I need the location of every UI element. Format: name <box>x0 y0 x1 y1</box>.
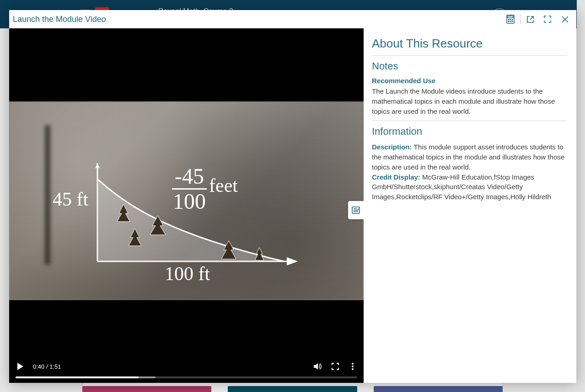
duration: 1:51 <box>49 363 61 370</box>
modal-toolbar <box>502 11 574 28</box>
divider <box>372 55 567 56</box>
svg-point-12 <box>352 363 354 365</box>
recommended-use-label: Recommended Use <box>372 77 567 85</box>
credit-label: Credit Display: <box>372 173 422 181</box>
svg-rect-2 <box>508 16 513 18</box>
fullscreen-icon[interactable] <box>331 362 340 371</box>
svg-point-4 <box>510 19 511 20</box>
about-heading: About This Resource <box>372 37 567 51</box>
video-panel: 45 ft 100 ft -45 100 feet <box>9 28 364 383</box>
svg-point-6 <box>508 21 509 22</box>
overlay-x-label: 100 ft <box>165 263 210 285</box>
information-heading: Information <box>372 126 567 138</box>
more-icon[interactable] <box>348 362 357 371</box>
calculator-icon[interactable] <box>502 11 519 28</box>
video-frame[interactable]: 45 ft 100 ft -45 100 feet <box>9 101 364 300</box>
recommended-use-text: The Launch the Module videos introduce s… <box>372 86 567 116</box>
svg-point-3 <box>508 19 509 20</box>
play-icon[interactable] <box>16 362 25 371</box>
overlay-fraction-top: -45 <box>172 165 207 190</box>
svg-point-14 <box>352 368 354 370</box>
overlay-fraction-bottom: 100 <box>172 190 207 212</box>
modal-body: 45 ft 100 ft -45 100 feet <box>9 28 576 383</box>
close-icon[interactable] <box>556 11 574 28</box>
svg-point-5 <box>512 19 513 20</box>
video-played <box>16 376 139 378</box>
popout-icon[interactable] <box>521 11 539 28</box>
overlay-fraction: -45 100 <box>172 165 207 212</box>
toolbar-divider <box>520 14 521 24</box>
resource-modal: Launch the Module Video <box>9 10 576 383</box>
card-peek <box>374 386 503 392</box>
content-cards-peek <box>82 386 503 392</box>
card-peek <box>82 386 211 392</box>
svg-point-7 <box>510 21 511 22</box>
modal-title: Launch the Module Video <box>12 15 106 24</box>
video-time: 0:40 / 1:51 <box>33 363 61 370</box>
credit-line: Credit Display: McGraw-Hill Education,fS… <box>372 172 567 202</box>
svg-point-8 <box>512 21 513 22</box>
video-overlay: 45 ft 100 ft -45 100 feet <box>9 101 364 300</box>
overlay-unit: feet <box>209 175 238 196</box>
page-scrollbar[interactable] <box>577 0 585 392</box>
description-label: Description: <box>372 143 414 151</box>
resource-panel: About This Resource Notes Recommended Us… <box>364 28 576 383</box>
card-peek <box>228 386 357 392</box>
video-progress[interactable] <box>16 376 357 378</box>
description-line: Description: This module support asset i… <box>372 142 567 172</box>
notes-heading: Notes <box>372 60 567 72</box>
divider <box>372 121 567 121</box>
expand-icon[interactable] <box>539 11 556 28</box>
svg-point-13 <box>352 366 354 367</box>
current-time: 0:40 <box>33 363 44 370</box>
transcript-toggle-icon[interactable] <box>348 201 364 219</box>
overlay-y-label: 45 ft <box>53 188 88 210</box>
video-controls: 0:40 / 1:51 <box>9 355 364 383</box>
modal-header: Launch the Module Video <box>9 10 576 28</box>
volume-icon[interactable] <box>313 362 322 371</box>
